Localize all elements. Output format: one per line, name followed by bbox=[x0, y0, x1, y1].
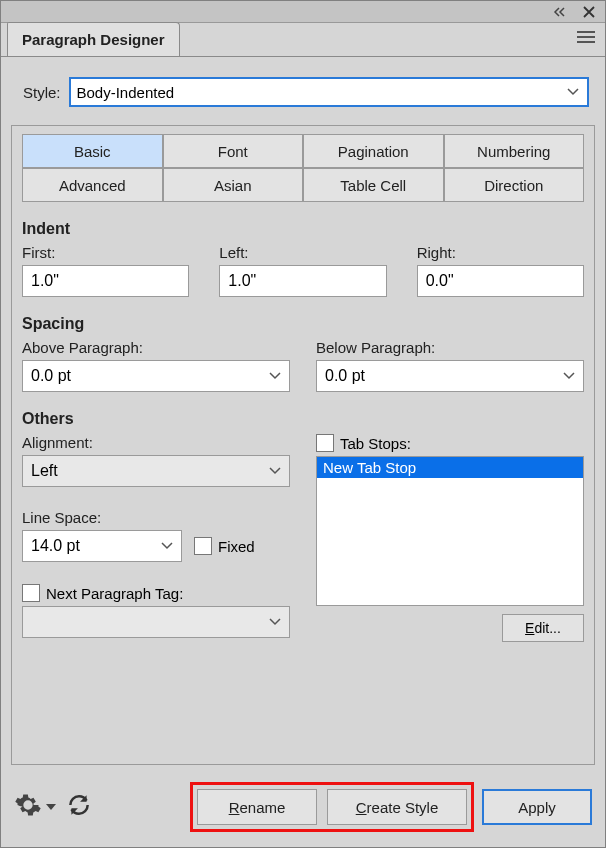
panel-menu-icon[interactable] bbox=[576, 30, 596, 48]
collapse-icon[interactable] bbox=[549, 7, 569, 17]
tab-font[interactable]: Font bbox=[163, 134, 304, 168]
above-combo[interactable]: 0.0 pt bbox=[22, 360, 290, 392]
paragraph-designer-panel: Paragraph Designer Style: Body-Indented … bbox=[0, 0, 606, 848]
tab-numbering[interactable]: Numbering bbox=[444, 134, 585, 168]
next-para-label: Next Paragraph Tag: bbox=[46, 585, 183, 602]
right-label: Right: bbox=[417, 244, 584, 261]
chevron-down-icon bbox=[563, 372, 575, 380]
next-para-combo[interactable] bbox=[22, 606, 290, 638]
above-label: Above Paragraph: bbox=[22, 339, 290, 356]
right-input[interactable] bbox=[417, 265, 584, 297]
tab-advanced[interactable]: Advanced bbox=[22, 168, 163, 202]
fixed-checkbox[interactable] bbox=[194, 537, 212, 555]
tab-row-2: Advanced Asian Table Cell Direction bbox=[22, 168, 584, 202]
style-row: Style: Body-Indented bbox=[23, 77, 589, 107]
others-group: Alignment: Left Line Space: 14.0 pt Fixe… bbox=[22, 434, 584, 642]
alignment-value: Left bbox=[31, 462, 58, 480]
below-value: 0.0 pt bbox=[325, 367, 365, 385]
tab-pagination[interactable]: Pagination bbox=[303, 134, 444, 168]
line-space-value: 14.0 pt bbox=[31, 537, 80, 555]
style-label: Style: bbox=[23, 84, 61, 101]
chevron-down-icon bbox=[567, 88, 579, 96]
tab-stops-checkbox-wrap[interactable]: Tab Stops: bbox=[316, 434, 584, 452]
alignment-label: Alignment: bbox=[22, 434, 290, 451]
tab-basic[interactable]: Basic bbox=[22, 134, 163, 168]
refresh-icon[interactable] bbox=[66, 792, 92, 822]
chevron-down-icon bbox=[161, 542, 173, 550]
others-heading: Others bbox=[22, 410, 584, 428]
chevron-down-icon bbox=[269, 372, 281, 380]
tab-table-cell[interactable]: Table Cell bbox=[303, 168, 444, 202]
highlight-box: Rename Create Style bbox=[190, 782, 474, 832]
below-label: Below Paragraph: bbox=[316, 339, 584, 356]
line-space-combo[interactable]: 14.0 pt bbox=[22, 530, 182, 562]
chevron-down-icon bbox=[269, 467, 281, 475]
style-select[interactable]: Body-Indented bbox=[69, 77, 589, 107]
next-para-checkbox[interactable] bbox=[22, 584, 40, 602]
rename-button[interactable]: Rename bbox=[197, 789, 317, 825]
style-value: Body-Indented bbox=[77, 84, 175, 101]
panel-tab-row: Paragraph Designer bbox=[1, 23, 605, 57]
indent-group: First: Left: Right: bbox=[22, 244, 584, 297]
fixed-checkbox-wrap[interactable]: Fixed bbox=[194, 537, 255, 555]
first-label: First: bbox=[22, 244, 189, 261]
list-item[interactable]: New Tab Stop bbox=[317, 457, 583, 478]
tab-row-1: Basic Font Pagination Numbering bbox=[22, 134, 584, 168]
line-space-label: Line Space: bbox=[22, 509, 290, 526]
apply-button[interactable]: Apply bbox=[482, 789, 592, 825]
panel-titlebar bbox=[1, 1, 605, 23]
next-para-checkbox-wrap[interactable]: Next Paragraph Tag: bbox=[22, 584, 290, 602]
left-input[interactable] bbox=[219, 265, 386, 297]
above-value: 0.0 pt bbox=[31, 367, 71, 385]
spacing-heading: Spacing bbox=[22, 315, 584, 333]
tab-asian[interactable]: Asian bbox=[163, 168, 304, 202]
tab-stops-checkbox[interactable] bbox=[316, 434, 334, 452]
inner-panel: Basic Font Pagination Numbering Advanced… bbox=[11, 125, 595, 765]
chevron-down-icon bbox=[269, 618, 281, 626]
panel-tab[interactable]: Paragraph Designer bbox=[7, 22, 180, 56]
left-label: Left: bbox=[219, 244, 386, 261]
edit-button[interactable]: Edit... bbox=[502, 614, 584, 642]
fixed-label: Fixed bbox=[218, 538, 255, 555]
below-combo[interactable]: 0.0 pt bbox=[316, 360, 584, 392]
panel-title: Paragraph Designer bbox=[22, 31, 165, 48]
gear-icon[interactable] bbox=[14, 791, 42, 823]
tab-stops-label: Tab Stops: bbox=[340, 435, 411, 452]
create-style-button[interactable]: Create Style bbox=[327, 789, 467, 825]
tab-direction[interactable]: Direction bbox=[444, 168, 585, 202]
first-input[interactable] bbox=[22, 265, 189, 297]
spacing-group: Above Paragraph: 0.0 pt Below Paragraph:… bbox=[22, 339, 584, 392]
close-icon[interactable] bbox=[583, 6, 595, 18]
alignment-combo[interactable]: Left bbox=[22, 455, 290, 487]
footer-row: Rename Create Style Apply bbox=[0, 784, 606, 830]
indent-heading: Indent bbox=[22, 220, 584, 238]
chevron-down-icon[interactable] bbox=[46, 798, 56, 816]
tab-stops-list[interactable]: New Tab Stop bbox=[316, 456, 584, 606]
